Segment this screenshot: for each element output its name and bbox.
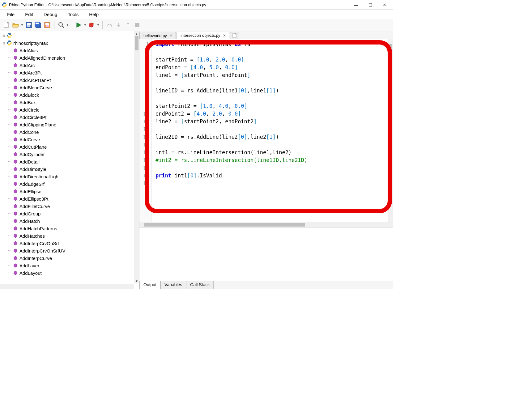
- save-all-button[interactable]: [34, 21, 42, 29]
- step-over-button[interactable]: [105, 21, 114, 29]
- tree-method[interactable]: ⋯AddDirectionalLight: [0, 173, 139, 180]
- breakpoint-dropdown[interactable]: ▼: [97, 23, 100, 27]
- tree-method[interactable]: ⋯AddCone: [0, 128, 139, 136]
- code-line[interactable]: line1 = [startPoint, endPoint]: [155, 71, 388, 79]
- close-button[interactable]: ✕: [377, 1, 392, 9]
- tree-method[interactable]: ⋯AddLayer: [0, 262, 139, 269]
- scroll-thumb[interactable]: [144, 223, 305, 227]
- tab-helloworld[interactable]: helloworld.py ✕: [139, 32, 176, 39]
- save-button[interactable]: [24, 21, 33, 29]
- sidebar-vscrollbar[interactable]: ▲ ▼: [134, 31, 139, 283]
- scroll-thumb[interactable]: [135, 36, 138, 50]
- scroll-thumb[interactable]: [389, 44, 392, 112]
- tree-view[interactable]: ⊞⊟rhinoscriptsyntax⋯AddAlias⋯AddAlignedD…: [0, 31, 139, 289]
- output-tab-callstack[interactable]: Call Stack: [186, 281, 214, 289]
- expander-icon[interactable]: ⊞: [2, 33, 6, 38]
- tree-module-python[interactable]: ⊞: [0, 32, 139, 39]
- tree-method[interactable]: ⋯AddInterpCrvOnSrf: [0, 240, 139, 247]
- code-line[interactable]: endPoint = [4.0, 5.0, 0.0]: [155, 64, 388, 71]
- scroll-up-icon[interactable]: ▲: [134, 31, 139, 36]
- code-line[interactable]: line1ID = rs.AddLine(line1[0],line1[1]): [155, 87, 388, 95]
- tree-method[interactable]: ⋯AddBox: [0, 99, 139, 106]
- code-line[interactable]: startPoint = [1.0, 2.0, 0.0]: [155, 56, 388, 64]
- new-file-button[interactable]: [2, 21, 11, 29]
- find-dropdown[interactable]: ▼: [66, 23, 69, 27]
- menu-edit[interactable]: Edit: [21, 11, 37, 18]
- code-content[interactable]: import rhinoscriptsyntax as rsstartPoint…: [152, 39, 388, 222]
- tree-method[interactable]: ⋯AddLayout: [0, 269, 139, 277]
- tree-method[interactable]: ⋯AddAlignedDimension: [0, 54, 139, 62]
- code-line[interactable]: endPoint2 = [4.0, 2.0, 0.0]: [155, 110, 388, 118]
- code-editor[interactable]: 12345678910111213141516171819 import rhi…: [139, 39, 393, 222]
- expander-icon[interactable]: ⊟: [2, 41, 6, 45]
- tree-method[interactable]: ⋯AddHatchPatterns: [0, 225, 139, 232]
- menu-file[interactable]: File: [3, 11, 19, 18]
- output-tab-variables[interactable]: Variables: [160, 281, 186, 289]
- code-line[interactable]: line2 = [startPoint2, endPoint2]: [155, 118, 388, 125]
- code-line[interactable]: [155, 141, 388, 149]
- tree-method[interactable]: ⋯AddDimStyle: [0, 165, 139, 173]
- run-dropdown[interactable]: ▼: [84, 23, 87, 27]
- step-out-button[interactable]: [124, 21, 132, 29]
- code-line[interactable]: [155, 125, 388, 133]
- open-dropdown[interactable]: ▼: [21, 23, 24, 27]
- code-vscrollbar[interactable]: [388, 39, 393, 222]
- tree-method[interactable]: ⋯AddInterpCrvOnSrfUV: [0, 247, 139, 254]
- new-tab-button[interactable]: [230, 32, 239, 39]
- menu-tools[interactable]: Tools: [63, 11, 83, 18]
- tree-method[interactable]: ⋯AddClippingPlane: [0, 121, 139, 128]
- tree-connector: ⋯: [6, 86, 13, 90]
- code-line[interactable]: [155, 180, 388, 187]
- code-hscrollbar[interactable]: [139, 222, 393, 227]
- code-line[interactable]: line2ID = rs.AddLine(line2[0],line2[1]): [155, 133, 388, 141]
- menu-help[interactable]: Help: [85, 11, 103, 18]
- tree-method[interactable]: ⋯AddEdgeSrf: [0, 180, 139, 188]
- close-icon[interactable]: ✕: [169, 33, 172, 38]
- code-line[interactable]: int1 = rs.LineLineIntersection(line1,lin…: [155, 149, 388, 156]
- tree-method[interactable]: ⋯AddCurve: [0, 136, 139, 143]
- code-line[interactable]: #int2 = rs.LineLineIntersection(line1ID,…: [155, 156, 388, 164]
- breakpoint-button[interactable]: [87, 21, 96, 29]
- tree-method[interactable]: ⋯AddEllipse3Pt: [0, 195, 139, 202]
- tree-method[interactable]: ⋯AddArc3Pt: [0, 69, 139, 76]
- stop-button[interactable]: [133, 21, 142, 29]
- tree-method[interactable]: ⋯AddCircle3Pt: [0, 113, 139, 121]
- tree-method[interactable]: ⋯AddHatch: [0, 217, 139, 225]
- save-as-button[interactable]: [43, 21, 52, 29]
- tree-method[interactable]: ⋯AddHatches: [0, 232, 139, 240]
- sidebar-hscrollbar[interactable]: [0, 284, 134, 289]
- minimize-button[interactable]: —: [349, 1, 363, 9]
- code-line[interactable]: print int1[0].IsValid: [155, 172, 388, 180]
- scroll-down-icon[interactable]: ▼: [134, 278, 139, 283]
- open-file-button[interactable]: [11, 21, 20, 29]
- output-tab-output[interactable]: Output: [139, 281, 160, 289]
- tree-method[interactable]: ⋯AddGroup: [0, 210, 139, 217]
- output-body[interactable]: [139, 227, 393, 281]
- tree-method[interactable]: ⋯AddEllipse: [0, 188, 139, 195]
- tree-method[interactable]: ⋯AddCircle: [0, 106, 139, 113]
- tree-method[interactable]: ⋯AddInterpCurve: [0, 254, 139, 262]
- code-line[interactable]: [155, 164, 388, 172]
- tree-method[interactable]: ⋯AddDetail: [0, 158, 139, 165]
- tab-intersection-objects[interactable]: intersection objects.py ✕: [177, 32, 229, 39]
- tree-method[interactable]: ⋯AddArcPtTanPt: [0, 76, 139, 84]
- code-line[interactable]: [155, 95, 388, 102]
- tree-method[interactable]: ⋯AddArc: [0, 62, 139, 69]
- run-button[interactable]: [74, 21, 83, 29]
- tree-method[interactable]: ⋯AddFilletCurve: [0, 202, 139, 210]
- tree-method[interactable]: ⋯AddBlock: [0, 91, 139, 99]
- step-into-button[interactable]: [114, 21, 123, 29]
- tree-module-rhinoscriptsyntax[interactable]: ⊟rhinoscriptsyntax: [0, 39, 139, 47]
- menu-debug[interactable]: Debug: [39, 11, 62, 18]
- tree-method[interactable]: ⋯AddCylinder: [0, 151, 139, 158]
- code-line[interactable]: [155, 79, 388, 87]
- maximize-button[interactable]: ☐: [363, 1, 377, 9]
- code-line[interactable]: [155, 48, 388, 56]
- close-icon[interactable]: ✕: [223, 33, 226, 38]
- find-button[interactable]: [57, 21, 66, 29]
- tree-method[interactable]: ⋯AddCutPlane: [0, 143, 139, 151]
- code-line[interactable]: startPoint2 = [1.0, 4.0, 0.0]: [155, 102, 388, 110]
- tree-method[interactable]: ⋯AddBlendCurve: [0, 84, 139, 91]
- code-line[interactable]: import rhinoscriptsyntax as rs: [155, 40, 388, 48]
- tree-method[interactable]: ⋯AddAlias: [0, 47, 139, 54]
